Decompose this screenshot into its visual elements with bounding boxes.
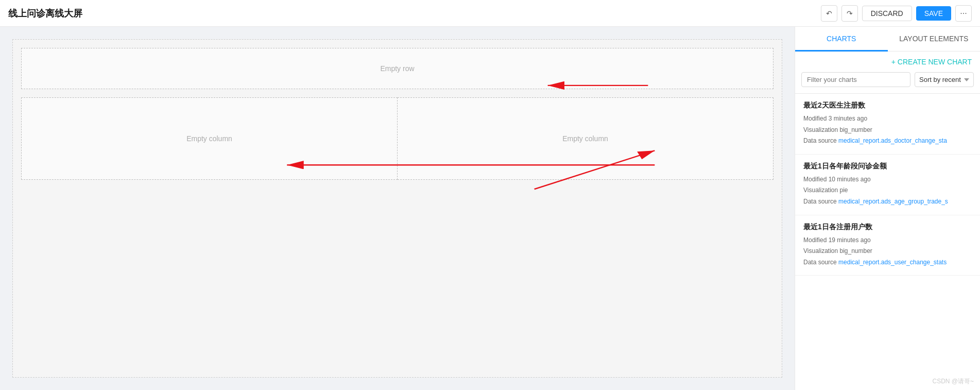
- tab-charts[interactable]: CHARTS: [795, 27, 888, 52]
- arrows-overlay: [13, 40, 782, 377]
- discard-button[interactable]: DISCARD: [862, 6, 912, 21]
- panel-tabs: CHARTS LAYOUT ELEMENTS: [795, 27, 980, 52]
- empty-row-label: Empty row: [380, 64, 414, 73]
- save-button[interactable]: SAVE: [916, 6, 951, 21]
- redo-button[interactable]: ↷: [841, 5, 858, 22]
- empty-col-right[interactable]: Empty column: [398, 97, 773, 180]
- empty-col-left[interactable]: Empty column: [21, 97, 398, 180]
- create-chart-button[interactable]: + CREATE NEW CHART: [795, 52, 980, 72]
- tab-layout-elements[interactable]: LAYOUT ELEMENTS: [888, 27, 981, 52]
- chart-list-item[interactable]: 最近2天医生注册数 Modified 3 minutes ago Visuali…: [795, 94, 980, 155]
- chart-item-meta: Modified 10 minutes ago Visualization pi…: [803, 174, 972, 208]
- chart-item-meta: Modified 3 minutes ago Visualization big…: [803, 113, 972, 147]
- chart-list: 最近2天医生注册数 Modified 3 minutes ago Visuali…: [795, 93, 980, 390]
- columns-row: Empty column Empty column: [21, 97, 773, 180]
- page-title: 线上问诊离线大屏: [8, 7, 82, 20]
- empty-col-left-label: Empty column: [186, 134, 232, 143]
- sort-select[interactable]: Sort by recent Sort by name: [915, 72, 974, 87]
- chart-item-datasource[interactable]: medical_report.ads_age_group_trade_s: [838, 198, 948, 205]
- main-area: Empty row Empty column Empty column: [0, 27, 980, 390]
- empty-col-right-label: Empty column: [562, 134, 608, 143]
- filter-row: Sort by recent Sort by name: [795, 72, 980, 93]
- right-panel: CHARTS LAYOUT ELEMENTS + CREATE NEW CHAR…: [795, 27, 980, 390]
- filter-charts-input[interactable]: [801, 72, 910, 87]
- chart-item-datasource[interactable]: medical_report.ads_user_change_stats: [838, 259, 947, 266]
- header-actions: ↶ ↷ DISCARD SAVE ···: [821, 5, 972, 22]
- chart-item-title: 最近1日各注册用户数: [803, 223, 972, 232]
- watermark: CSDN @请哥~: [932, 377, 974, 386]
- chart-list-item[interactable]: 最近1日各注册用户数 Modified 19 minutes ago Visua…: [795, 215, 980, 276]
- chart-list-item[interactable]: 最近1日各年龄段问诊金额 Modified 10 minutes ago Vis…: [795, 155, 980, 215]
- chart-item-datasource[interactable]: medical_report.ads_doctor_change_sta: [838, 137, 947, 144]
- chart-item-title: 最近1日各年龄段问诊金额: [803, 162, 972, 171]
- canvas-inner: Empty row Empty column Empty column: [12, 39, 782, 378]
- more-button[interactable]: ···: [955, 5, 972, 22]
- header: 线上问诊离线大屏 ↶ ↷ DISCARD SAVE ···: [0, 0, 980, 27]
- chart-item-meta: Modified 19 minutes ago Visualization bi…: [803, 235, 972, 268]
- undo-button[interactable]: ↶: [821, 5, 837, 22]
- chart-item-title: 最近2天医生注册数: [803, 101, 972, 110]
- canvas: Empty row Empty column Empty column: [0, 27, 795, 390]
- empty-row[interactable]: Empty row: [21, 48, 773, 89]
